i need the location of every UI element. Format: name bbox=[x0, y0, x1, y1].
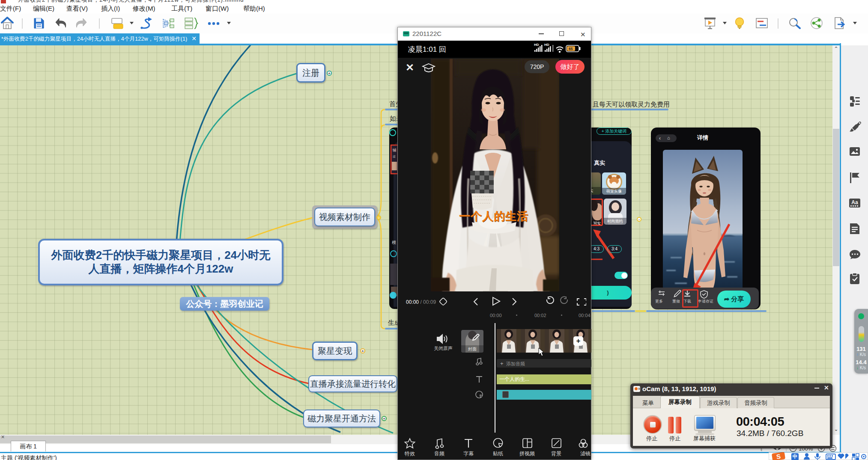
svg-text:Aa: Aa bbox=[851, 199, 858, 205]
svg-text:65: 65 bbox=[569, 47, 573, 51]
svg-text:HD: HD bbox=[534, 43, 539, 47]
svg-text:HD: HD bbox=[544, 43, 549, 47]
